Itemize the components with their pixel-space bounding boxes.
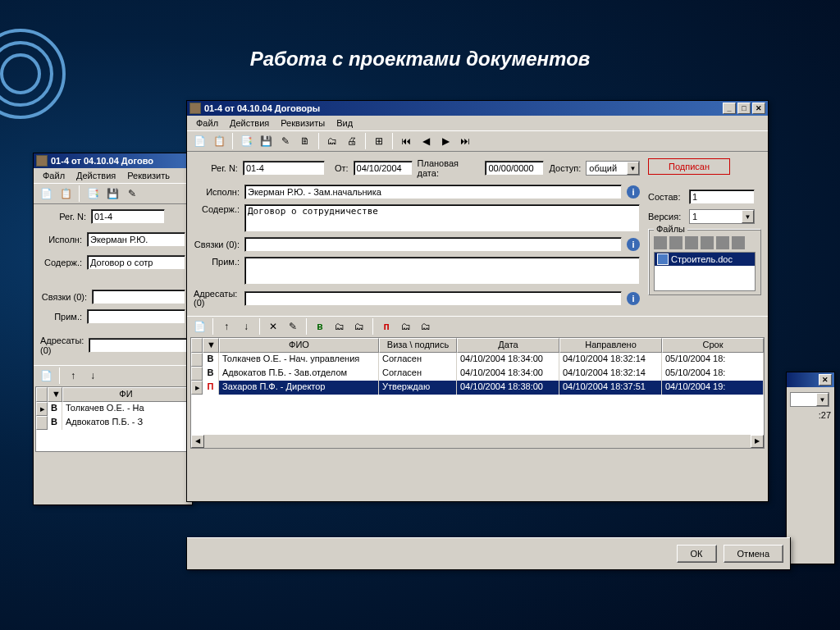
col-due[interactable]: Срок [662,338,764,353]
tb-new-icon[interactable]: 📄 [37,185,55,203]
tb-view-icon[interactable]: ⊞ [370,132,388,150]
status-badge[interactable]: Подписан [648,158,730,175]
addressees-input[interactable] [244,291,622,306]
note-input[interactable] [244,257,640,285]
file-del-icon[interactable] [669,236,682,249]
file-copy-icon[interactable] [732,236,745,249]
gt-down-icon[interactable]: ↓ [237,317,255,336]
tb-edit-icon[interactable]: ✎ [123,185,141,203]
gt-new-icon[interactable]: 📄 [190,317,208,336]
gt-edit-icon[interactable]: ✎ [284,317,302,336]
close-icon[interactable]: ✕ [752,103,765,114]
tb-print-icon[interactable]: 🖨 [343,132,361,150]
table-row[interactable]: В Адвокатов П.Б. - З [36,416,189,430]
titlebar-back[interactable]: 01-4 от 04.10.04 Догово [34,153,192,168]
tb-cards-icon[interactable]: 🗂 [323,132,341,150]
tb-save-icon[interactable]: 💾 [257,132,275,150]
col-visa[interactable]: Виза \ подпись [379,338,457,353]
content-input[interactable] [244,204,640,232]
executor-input[interactable] [244,185,622,199]
composition-input[interactable] [689,189,755,204]
note-input[interactable] [87,309,185,324]
tb-new2-icon[interactable]: 📋 [57,185,75,203]
menu-file[interactable]: Файл [190,117,224,129]
tb-prev-icon[interactable]: ◀ [417,132,435,150]
menu-view[interactable]: Вид [331,117,358,129]
col-fio[interactable]: ФИ [62,387,189,402]
info-icon[interactable]: i [627,292,640,305]
info-icon[interactable]: i [627,238,640,251]
scroll-right-icon[interactable]: ▶ [751,435,764,448]
version-combo[interactable]: 1 ▼ [689,209,755,224]
menu-file[interactable]: Файл [37,170,71,181]
file-list[interactable]: Строитель.doc [654,252,756,291]
col-type[interactable]: ▼ [203,338,219,353]
h-scrollbar[interactable]: ◀ ▶ [191,435,764,448]
titlebar-front[interactable]: 01-4 от 04.10.04 Договоры _ □ ✕ [187,101,768,116]
file-attach-icon[interactable] [701,236,714,249]
col-sent[interactable]: Направлено [559,338,662,353]
tb-last-icon[interactable]: ⏭ [456,132,474,150]
gt-del-icon[interactable]: ✕ [264,317,282,336]
tb-doc-icon[interactable]: 🗎 [296,132,314,150]
links-input[interactable] [92,290,185,304]
menu-props[interactable]: Реквизить [121,170,176,181]
tb-new-icon[interactable]: 📄 [190,132,208,150]
file-view-icon[interactable] [716,236,729,249]
ok-button[interactable]: ОК [677,545,717,563]
reg-input[interactable] [91,209,165,224]
reg-label: Рег. N: [194,163,238,173]
col-marker[interactable] [36,387,48,402]
gt-up-icon[interactable]: ↑ [217,317,235,336]
gt-b-icon[interactable]: в [311,317,329,336]
tb-save-icon[interactable]: 💾 [103,185,121,203]
chevron-down-icon[interactable]: ▼ [816,393,829,406]
gb-new-icon[interactable]: 📄 [37,367,55,385]
chevron-down-icon[interactable]: ▼ [742,210,754,223]
tb-copy-icon[interactable]: 📑 [237,132,255,150]
file-item[interactable]: Строитель.doc [655,253,755,266]
col-marker[interactable] [191,338,203,353]
chevron-down-icon[interactable]: ▼ [627,162,639,175]
right-combo[interactable]: ▼ [790,392,829,407]
gb-down-icon[interactable]: ↓ [84,367,102,385]
gt-c2-icon[interactable]: 🗂 [350,317,368,336]
gt-c1-icon[interactable]: 🗂 [331,317,349,336]
tb-next-icon[interactable]: ▶ [436,132,454,150]
col-type[interactable]: ▼ [48,387,62,402]
info-icon[interactable]: i [627,185,640,199]
table-row[interactable]: ▸ В Толкачев О.Е. - На [36,402,189,416]
menubar-front: Файл Действия Реквизиты Вид [187,116,768,130]
tb-first-icon[interactable]: ⏮ [397,132,415,150]
menu-actions[interactable]: Действия [224,117,275,129]
table-row[interactable]: В Адвокатов П.Б. - Зав.отделом Согласен … [191,367,764,381]
gb-up-icon[interactable]: ↑ [64,367,82,385]
tb-edit-icon[interactable]: ✎ [276,132,294,150]
plan-date-input[interactable] [485,161,544,176]
executor-input[interactable] [87,232,185,247]
minimize-icon[interactable]: _ [723,103,736,114]
date-from-input[interactable] [354,161,413,176]
links-input[interactable] [244,237,622,252]
tb-copy-icon[interactable]: 📑 [84,185,102,203]
maximize-icon[interactable]: □ [737,103,751,114]
col-fio[interactable]: ФИО [219,338,379,353]
menu-props[interactable]: Реквизиты [275,117,331,129]
scroll-left-icon[interactable]: ◀ [191,435,204,448]
addressees-input[interactable] [89,338,187,353]
content-input[interactable] [87,255,185,270]
cancel-button[interactable]: Отмена [724,545,783,563]
table-row[interactable]: В Толкачев О.Е. - Нач. управления Соглас… [191,353,764,367]
table-row[interactable]: ▸ П Захаров П.Ф. - Директор Утверждаю 04… [191,381,764,395]
col-date[interactable]: Дата [457,338,559,353]
reg-input[interactable] [243,161,325,176]
tb-new2-icon[interactable]: 📋 [210,132,228,150]
close-icon[interactable]: ✕ [819,374,832,386]
gt-c3-icon[interactable]: 🗂 [397,317,415,336]
access-combo[interactable]: общий ▼ [586,161,640,176]
file-add-icon[interactable] [654,236,667,249]
menu-actions[interactable]: Действия [71,170,121,181]
gt-p-icon[interactable]: п [377,317,395,336]
gt-c4-icon[interactable]: 🗂 [417,317,435,336]
file-scan-icon[interactable] [685,236,698,249]
